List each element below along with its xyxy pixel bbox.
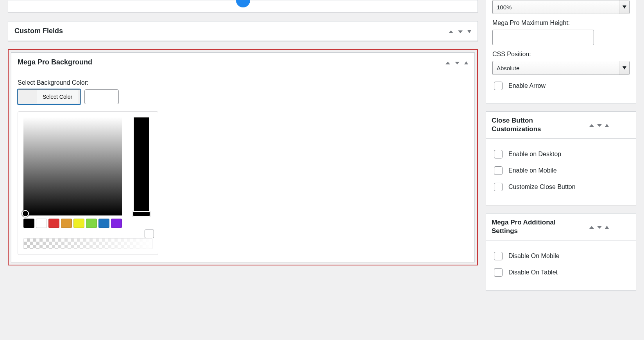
disable-tablet-checkbox[interactable]	[494, 268, 503, 277]
hex-input[interactable]	[84, 89, 119, 104]
custom-fields-metabox: Custom Fields	[8, 21, 478, 41]
triangle-down-icon	[623, 5, 626, 9]
palette-green[interactable]	[86, 219, 97, 228]
triangle-down-icon	[623, 66, 626, 69]
move-down-button[interactable]	[596, 121, 603, 129]
mega-pro-size-metabox-partial: 100% Mega Pro Maximum Height: CSS Positi…	[486, 0, 636, 103]
saturation-lightness-area[interactable]	[23, 117, 122, 215]
color-picker	[18, 111, 158, 255]
toggle-panel-button[interactable]	[465, 26, 474, 37]
palette-purple[interactable]	[111, 219, 122, 228]
palette-orange[interactable]	[61, 219, 72, 228]
palette-blue[interactable]	[98, 219, 109, 228]
enable-arrow-row[interactable]: Enable Arrow	[492, 80, 630, 91]
move-down-button[interactable]	[453, 57, 462, 68]
color-swatch	[20, 90, 37, 103]
enable-desktop-row[interactable]: Enable on Desktop	[492, 149, 630, 160]
highlight-annotation: Mega Pro Background Select Background Co…	[8, 49, 478, 265]
hue-strip[interactable]	[134, 117, 149, 215]
custom-fields-title: Custom Fields	[8, 21, 446, 41]
toggle-panel-button[interactable]	[462, 57, 470, 68]
customize-close-checkbox[interactable]	[494, 183, 503, 191]
disable-tablet-label: Disable On Tablet	[508, 269, 558, 276]
close-button-customizations-metabox: Close Button Customizations Enable on De…	[486, 111, 636, 205]
triangle-up-icon	[605, 124, 609, 127]
chevron-up-icon	[449, 30, 453, 33]
select-bg-color-label: Select Background Color:	[18, 79, 468, 86]
mega-pro-background-metabox: Mega Pro Background Select Background Co…	[11, 52, 475, 262]
alpha-slider[interactable]	[23, 238, 152, 249]
enable-mobile-label: Enable on Mobile	[508, 167, 557, 174]
move-down-button[interactable]	[596, 223, 603, 231]
additional-settings-title: Mega Pro Additional Settings	[486, 214, 588, 240]
enable-arrow-label: Enable Arrow	[508, 82, 546, 89]
disable-mobile-row[interactable]: Disable On Mobile	[492, 251, 630, 262]
customize-close-label: Customize Close Button	[508, 183, 576, 190]
palette-black[interactable]	[23, 219, 34, 228]
triangle-up-icon	[605, 226, 609, 229]
mega-pro-background-title: Mega Pro Background	[11, 53, 443, 72]
select-color-label: Select Color	[37, 90, 78, 103]
width-select[interactable]: 100%	[492, 0, 630, 14]
toggle-panel-button[interactable]	[603, 121, 610, 129]
customize-close-row[interactable]: Customize Close Button	[492, 182, 630, 192]
chevron-up-icon	[589, 226, 594, 229]
move-up-button[interactable]	[446, 26, 456, 37]
chevron-down-icon	[597, 124, 602, 127]
chevron-down-icon	[455, 62, 460, 64]
sl-handle[interactable]	[22, 210, 29, 217]
chevron-up-icon	[445, 62, 450, 64]
enable-mobile-checkbox[interactable]	[494, 166, 503, 175]
disable-mobile-label: Disable On Mobile	[508, 253, 560, 260]
color-palette	[23, 219, 152, 228]
move-up-button[interactable]	[588, 223, 596, 231]
enable-desktop-checkbox[interactable]	[494, 150, 503, 158]
enable-mobile-row[interactable]: Enable on Mobile	[492, 165, 630, 176]
max-height-label: Mega Pro Maximum Height:	[492, 20, 630, 27]
triangle-up-icon	[464, 61, 468, 64]
move-up-button[interactable]	[588, 121, 596, 129]
move-up-button[interactable]	[443, 57, 453, 68]
prior-panel-stub	[8, 0, 478, 12]
chevron-up-icon	[589, 124, 594, 127]
palette-yellow[interactable]	[73, 219, 84, 228]
max-height-input[interactable]	[492, 30, 594, 45]
palette-white[interactable]	[36, 219, 47, 228]
chevron-down-icon	[597, 226, 602, 229]
enable-arrow-checkbox[interactable]	[494, 82, 503, 90]
css-position-value: Absolute	[497, 65, 519, 71]
chevron-down-icon	[458, 30, 463, 33]
add-block-button[interactable]	[236, 0, 250, 7]
mega-pro-additional-settings-metabox: Mega Pro Additional Settings Disable On …	[486, 213, 636, 291]
width-select-value: 100%	[497, 4, 512, 11]
css-position-label: CSS Position:	[492, 51, 630, 58]
disable-tablet-row[interactable]: Disable On Tablet	[492, 267, 630, 278]
triangle-down-icon	[467, 30, 471, 33]
toggle-panel-button[interactable]	[603, 223, 610, 231]
select-color-button[interactable]: Select Color	[18, 89, 80, 104]
move-down-button[interactable]	[456, 26, 465, 37]
close-button-title: Close Button Customizations	[486, 112, 588, 138]
alpha-value-box[interactable]	[145, 230, 154, 238]
css-position-select[interactable]: Absolute	[492, 61, 630, 75]
enable-desktop-label: Enable on Desktop	[508, 151, 561, 158]
disable-mobile-checkbox[interactable]	[494, 252, 503, 260]
hue-handle[interactable]	[132, 211, 150, 217]
palette-red[interactable]	[48, 219, 59, 228]
